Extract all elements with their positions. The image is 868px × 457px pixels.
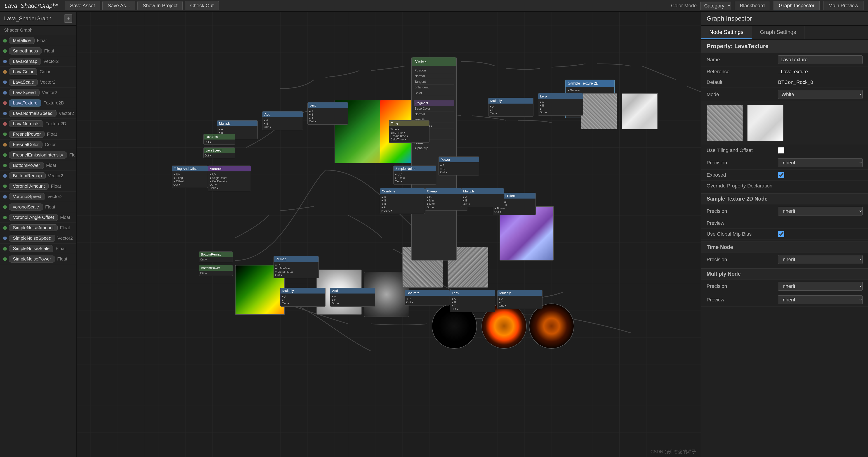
prop-name: LavaRemap: [9, 58, 41, 65]
list-item[interactable]: BottomRemap Vector2: [0, 171, 76, 181]
left-panel: Lava_ShaderGraph + Shader Graph Metallic…: [0, 12, 77, 457]
field-name-input[interactable]: [778, 55, 863, 64]
list-item[interactable]: LavaSpeed Vector2: [0, 88, 76, 98]
list-item[interactable]: SimpleNoisePower Float: [0, 254, 76, 264]
sample-precision-select[interactable]: Inherit: [778, 207, 863, 215]
list-item[interactable]: VoronoiSpeed Vector2: [0, 191, 76, 202]
save-as-button[interactable]: Save As...: [102, 1, 135, 10]
prop-ref-node-1[interactable]: LavaScale Out ●: [204, 134, 235, 145]
property-list: Metallice Float Smoothness Float LavaRem…: [0, 35, 76, 457]
canvas-nodes: Vertex Position Normal Tangent BiTangent…: [77, 12, 701, 457]
sample-precision-row: Precision Inherit: [701, 205, 868, 218]
list-item[interactable]: BottomPower Float: [0, 160, 76, 171]
list-item[interactable]: Voronoi Amount Float: [0, 181, 76, 191]
gnode-14[interactable]: Lerp ● A● B● TOut ●: [450, 290, 495, 312]
list-item[interactable]: FresnelColor Color: [0, 140, 76, 150]
gnode-remap[interactable]: Remap ● In● InMinMax● OutMinMaxOut ●: [274, 256, 319, 278]
gnode-voronoi[interactable]: Voronoi ● UV● AngleOffset● CellDensityOu…: [208, 165, 251, 191]
gnode-7[interactable]: Multiply ● A● BOut ●: [488, 98, 533, 117]
gnode-10[interactable]: Multiply ● A● BOut ●: [461, 188, 504, 207]
color-mode-group: Color Mode Category Blackboard Graph Ins…: [671, 1, 864, 10]
prop-name: VoronoiSpeed: [9, 193, 45, 200]
check-out-button[interactable]: Check Out: [185, 1, 219, 10]
list-item[interactable]: FresnelEmissionIntensity Float: [0, 150, 76, 160]
prop-dot: [3, 164, 7, 167]
time-precision-select[interactable]: Inherit: [778, 255, 863, 264]
prop-name: BottomPower: [9, 162, 44, 169]
prop-ref-node-2[interactable]: LavaSpeed Out ●: [204, 147, 235, 158]
list-item[interactable]: Voronoi Angle Offset Float: [0, 212, 76, 223]
prop-name: LavaSpeed: [9, 89, 39, 96]
texture-preview-rocky[interactable]: [707, 105, 743, 141]
multiply-preview-select[interactable]: Inherit: [778, 295, 863, 304]
list-item[interactable]: LavaScale Vector2: [0, 77, 76, 88]
prop-ref-node-4[interactable]: BottomPower Out ●: [199, 265, 233, 276]
graph-inspector-tab[interactable]: Graph Inspector: [774, 1, 819, 10]
field-exposed-checkbox[interactable]: [778, 172, 784, 178]
gnode-combined[interactable]: Combine ● R● G● B● ARGBA ●: [380, 188, 425, 214]
prop-dot: [3, 39, 7, 42]
sample-mip-label: Use Global Mip Bias: [707, 231, 774, 237]
gnode-6[interactable]: Power ● A● BOut ●: [438, 156, 479, 176]
time-node-header: Time Node: [701, 242, 868, 253]
field-tiling-label: Use Tiling and Offset: [707, 147, 774, 153]
field-tiling-checkbox[interactable]: [778, 147, 784, 154]
sample-mip-checkbox[interactable]: [778, 231, 784, 237]
gnode-3[interactable]: Lerp ● A● B● TOut ●: [307, 102, 348, 125]
field-precision-select[interactable]: Inherit: [778, 158, 863, 167]
multiply-precision-select[interactable]: Inherit: [778, 282, 863, 291]
field-mode-select[interactable]: White: [778, 90, 863, 99]
gnode-15[interactable]: Multiply ● A● BOut ●: [497, 290, 542, 309]
list-item[interactable]: LavaColor Color: [0, 67, 76, 77]
list-item[interactable]: LavaNormalsSpeed Vector2: [0, 108, 76, 119]
prop-dot: [3, 132, 7, 136]
field-precision-label: Precision: [707, 160, 774, 166]
list-item[interactable]: Metallice Float: [0, 35, 76, 46]
prop-name: SimpleNoiseScale: [9, 245, 53, 252]
list-item[interactable]: LavaRemap Vector2: [0, 56, 76, 67]
texture-preview-white[interactable]: [747, 105, 783, 141]
list-item[interactable]: LavaTexture Texture2D: [0, 98, 76, 108]
canvas-area[interactable]: Vertex Position Normal Tangent BiTangent…: [77, 12, 701, 457]
show-in-project-button[interactable]: Show In Project: [137, 1, 183, 10]
prop-type: Color: [45, 142, 56, 147]
prop-ref-node-3[interactable]: BottomRemap Out ●: [199, 251, 233, 262]
prop-dot: [3, 112, 7, 115]
prop-dot: [3, 237, 7, 240]
gnode-13[interactable]: Saturate ● InOut ●: [405, 290, 450, 305]
list-item[interactable]: LavaNormals Texture2D: [0, 119, 76, 129]
field-default-value: BTCon_Rock_0: [778, 80, 863, 85]
field-exposed-label: Exposed: [707, 172, 774, 178]
prop-type: Float: [56, 246, 66, 251]
save-asset-button[interactable]: Save Asset: [65, 1, 100, 10]
gnode-12[interactable]: Add ● A● BOut ●: [330, 287, 375, 307]
tab-graph-settings[interactable]: Graph Settings: [752, 26, 804, 39]
gnode-time[interactable]: Time Time ●SineTime ●CosineTime ●DeltaTi…: [389, 120, 430, 143]
gnode-8[interactable]: Lerp ● A● B● TOut ●: [538, 93, 583, 116]
prop-dot: [3, 257, 7, 261]
node-preview-circle3: [529, 303, 574, 349]
tab-node-settings[interactable]: Node Settings: [701, 26, 752, 39]
list-item[interactable]: voronoiScale Float: [0, 202, 76, 212]
gnode-2[interactable]: Add ● A● BOut ●: [262, 111, 303, 130]
inspector-row-exposed: Exposed: [701, 170, 868, 181]
color-mode-select[interactable]: Category: [700, 2, 731, 10]
prop-dot: [3, 122, 7, 126]
prop-name: LavaTexture: [9, 99, 41, 106]
list-item[interactable]: FresnelPower Float: [0, 129, 76, 140]
multiply-preview-label: Preview: [707, 297, 774, 303]
time-precision-label: Precision: [707, 257, 774, 263]
list-item[interactable]: SimpleNoiseSpeed Vector2: [0, 233, 76, 244]
gnode-tiling[interactable]: Tiling And Offset ● UV● Tiling● OffsetOu…: [172, 165, 208, 188]
list-item[interactable]: Smoothness Float: [0, 46, 76, 56]
inspector-row-override: Override Property Declaration: [701, 181, 868, 191]
add-property-button[interactable]: +: [64, 14, 72, 23]
blackboard-tab[interactable]: Blackboard: [735, 1, 770, 10]
main-preview-tab[interactable]: Main Preview: [823, 1, 864, 10]
prop-type: Float: [60, 225, 70, 231]
gnode-5[interactable]: Simple Noise ● UV● ScaleOut ●: [393, 165, 436, 184]
list-item[interactable]: SimpleNoiseAmount Float: [0, 223, 76, 233]
gnode-11[interactable]: Multiply ● A● BOut ●: [280, 287, 326, 307]
sample-preview-label: Preview: [707, 220, 774, 226]
list-item[interactable]: SimpleNoiseScale Float: [0, 244, 76, 254]
